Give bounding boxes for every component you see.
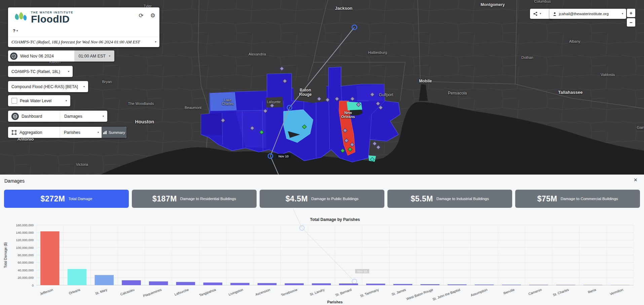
svg-text:Cameron: Cameron [528,288,542,296]
chart-area: 020,000,00040,000,00060,000,00080,000,00… [0,216,644,305]
damages-panel: Damages × $272M Total Damage $187M Damag… [0,175,644,305]
share-button[interactable]: ▾ [530,9,552,19]
card-total-damage[interactable]: $272M Total Damage [4,190,129,208]
bar-5 [176,282,195,285]
card-label: Damage to Industrial Buildings [437,197,489,201]
brand-large: FloodID [31,14,73,25]
user-account-button[interactable]: jcahail@thewaterinstitute.org ▾ [550,9,626,19]
svg-text:Iberia: Iberia [587,288,597,294]
svg-text:140,000,000: 140,000,000 [16,231,34,234]
track-point[interactable] [268,154,273,158]
user-email: jcahail@thewaterinstitute.org [559,12,609,16]
layer-dropdown[interactable]: Peak Water Level ▾ [8,95,70,106]
svg-text:Terrebonne: Terrebonne [280,288,298,297]
bar-0 [40,231,60,285]
refresh-icon[interactable]: ⟳ [139,13,144,18]
track-point[interactable] [287,105,292,110]
panel-title: Damages [4,178,25,184]
card-value: $5.5M [411,194,433,203]
card-value: $75M [537,194,557,203]
dashboard-dropdown[interactable]: Damages ▾ [60,111,104,122]
globe-icon [11,113,19,120]
close-icon[interactable]: × [634,177,637,184]
svg-text:Ascension: Ascension [255,288,271,297]
card-label: Total Damage [68,197,92,201]
card-value: $4.5M [286,194,308,203]
chevron-down-icon: ▾ [622,12,623,15]
bar-chart-icon [103,130,107,134]
polygon-select-icon [11,130,17,135]
zoom-control: + − [627,9,635,28]
aggregation-label: Aggregation [20,130,42,135]
card-industrial-damage[interactable]: $5.5M Damage to Industrial Buildings [387,190,512,208]
bar-18 [529,285,548,285]
aggregation-dropdown[interactable]: Parishes ▾ [60,127,99,138]
bar-8 [258,283,277,285]
svg-text:Assumption: Assumption [470,288,488,297]
bar-6 [203,282,223,285]
aggregation-control[interactable]: Aggregation Parishes ▾ Summary [8,127,126,138]
date-value[interactable]: Wed Nov 06 2024 [20,54,54,59]
parish-medium-flood[interactable] [210,92,236,111]
card-label: Damage to Commercial Buildings [561,197,618,201]
bar-4 [149,281,168,285]
bar-19 [556,285,575,285]
bar-12 [366,284,385,285]
share-icon [533,11,538,16]
svg-text:80,000,000: 80,000,000 [17,253,34,257]
damage-summary-cards: $272M Total Damage $187M Damage to Resid… [4,190,640,208]
bar-16 [475,284,494,285]
hazard-value: Compound Flood (HEC-RAS) [BETA] [11,84,78,89]
model-dropdown[interactable]: COAMPS-TC (Rafael, 18L) ▾ [8,66,73,77]
svg-text:Total Damage by Parishes: Total Damage by Parishes [310,217,360,222]
track-point[interactable] [352,25,357,30]
help-dropdown[interactable]: ? ▾ [13,28,18,33]
forecast-text: COAMPS-TC (Rafael, 18L) forecast for Wed… [11,39,140,45]
svg-text:Plaquemines: Plaquemines [143,288,162,298]
card-value: $187M [152,194,177,203]
dashboard-value: Damages [64,114,82,119]
card-commercial-damage[interactable]: $75M Damage to Commercial Buildings [515,190,640,208]
zoom-out-button[interactable]: − [627,18,635,27]
svg-text:St. Tammany: St. Tammany [359,288,379,298]
svg-text:40,000,000: 40,000,000 [17,268,34,272]
bar-11 [339,283,358,285]
chevron-down-icon: ▾ [109,55,110,58]
aggregation-value: Parishes [64,130,80,135]
svg-text:Vermilion: Vermilion [609,288,623,296]
forecast-selector[interactable]: COAMPS-TC (Rafael, 18L) forecast for Wed… [8,37,159,47]
zoom-in-button[interactable]: + [627,9,635,17]
summary-button[interactable]: Summary [102,127,126,138]
svg-text:0: 0 [32,283,34,287]
svg-text:St. Mary: St. Mary [95,288,108,296]
svg-text:West Baton Rouge: West Baton Rouge [406,288,434,301]
bar-13 [393,284,413,285]
summary-label: Summary [109,130,125,135]
bar-20 [583,285,603,285]
hazard-dropdown[interactable]: Compound Flood (HEC-RAS) [BETA] ▾ [8,81,88,92]
chevron-down-icon: ▾ [155,41,156,43]
dashboard-control[interactable]: Dashboard Damages ▾ [8,111,107,122]
chevron-down-icon: ▾ [98,131,99,134]
settings-gear-icon[interactable]: ⚙ [150,13,155,18]
chevron-down-icon: ▾ [68,70,69,73]
bar-9 [285,283,304,285]
layer-checkbox[interactable] [11,98,17,104]
time-dropdown[interactable]: 01:00 AM EST ▾ [74,50,114,62]
svg-text:160,000,000: 160,000,000 [16,223,34,227]
dashboard-label: Dashboard [22,114,42,119]
svg-text:St. John the Baptist: St. John the Baptist [432,288,461,301]
card-residential-damage[interactable]: $187M Damage to Residential Buildings [132,190,257,208]
damage-bar-chart: 020,000,00040,000,00060,000,00080,000,00… [0,216,644,305]
chevron-down-icon: ▾ [66,100,67,102]
app-header-card: THE WATER INSTITUTE FloodID ⟳ ⚙ ? ▾ COAM… [8,7,159,47]
parish-teal-flood[interactable] [347,102,362,110]
chevron-down-icon: ▾ [103,115,104,118]
svg-text:Total Damage ($): Total Damage ($) [4,242,7,268]
card-public-damage[interactable]: $4.5M Damage to Public Buildings [260,190,384,208]
track-date-label: Nov 10 [278,154,289,158]
datetime-control[interactable]: Wed Nov 06 2024 01:00 AM EST ▾ [8,50,114,62]
time-value: 01:00 AM EST [78,54,106,59]
bar-7 [230,283,250,285]
card-label: Damage to Public Buildings [311,197,358,201]
